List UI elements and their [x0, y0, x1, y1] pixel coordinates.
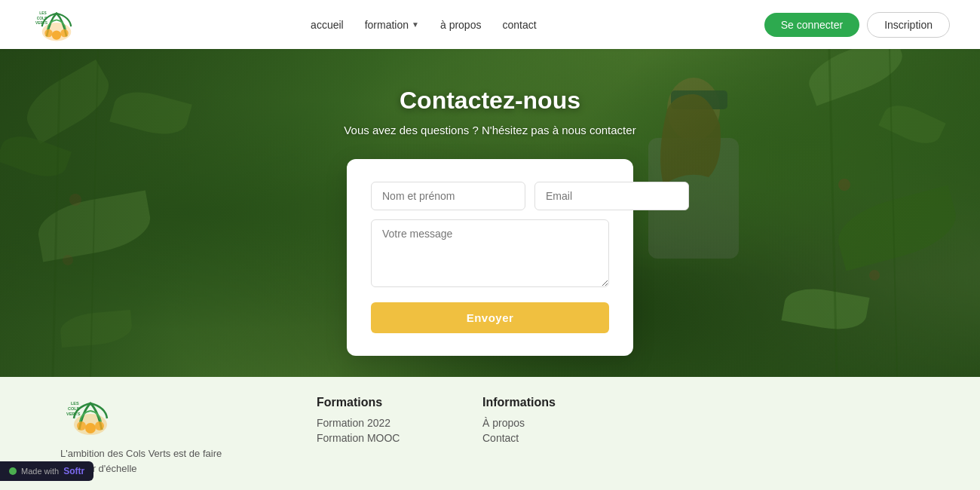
footer-link-formation-mooc[interactable]: Formation MOOC [317, 432, 452, 444]
hero-subtitle: Vous avez des questions ? N'hésitez pas … [344, 124, 635, 136]
footer-link-a-propos[interactable]: À propos [482, 417, 618, 429]
nav-links: accueil formation ▼ à propos contact [311, 19, 536, 31]
softr-brand: Softr [63, 466, 84, 476]
navbar: LES COLS VERTS accueil formation ▼ à pro… [0, 0, 980, 49]
form-top-row [371, 182, 609, 210]
svg-text:COLS: COLS [68, 406, 80, 411]
contact-form-card: Envoyer [347, 159, 633, 356]
hero-content: Contactez-nous Vous avez des questions ?… [0, 49, 980, 377]
svg-text:LES: LES [39, 11, 47, 15]
softr-dot [9, 467, 17, 475]
footer-link-formation-2022[interactable]: Formation 2022 [317, 417, 452, 429]
svg-text:VERTS: VERTS [35, 20, 48, 24]
svg-point-21 [95, 421, 104, 430]
svg-point-2 [52, 30, 61, 39]
svg-point-3 [60, 29, 69, 37]
connect-button[interactable]: Se connecter [764, 13, 860, 37]
hero-title: Contactez-nous [400, 87, 580, 115]
footer-formations: Formations Formation 2022 Formation MOOC [286, 396, 452, 447]
softr-made-with: Made with [21, 467, 59, 476]
submit-button[interactable]: Envoyer [371, 302, 609, 333]
logo[interactable]: LES COLS VERTS [30, 6, 83, 44]
svg-point-1 [44, 29, 53, 37]
softr-badge[interactable]: Made with Softr [0, 461, 93, 481]
nav-buttons: Se connecter Inscription [764, 12, 950, 38]
footer-brand: LES COLS VERTS L'ambition des Cols Verts… [60, 396, 286, 476]
hero-section: Contactez-nous Vous avez des questions ?… [0, 49, 980, 377]
nav-accueil[interactable]: accueil [311, 19, 344, 31]
formation-dropdown-arrow: ▼ [412, 20, 419, 29]
footer: LES COLS VERTS L'ambition des Cols Verts… [0, 377, 980, 490]
inscription-button[interactable]: Inscription [867, 12, 950, 38]
name-input[interactable] [371, 182, 525, 210]
email-input[interactable] [534, 182, 689, 210]
footer-informations: Informations À propos Contact [452, 396, 618, 447]
nav-contact[interactable]: contact [502, 19, 536, 31]
svg-text:LES: LES [71, 401, 79, 406]
nav-a-propos[interactable]: à propos [440, 19, 481, 31]
svg-point-19 [77, 421, 86, 430]
svg-text:COLS: COLS [37, 16, 47, 20]
svg-point-20 [85, 423, 96, 433]
nav-formation[interactable]: formation ▼ [365, 19, 419, 31]
footer-informations-title: Informations [482, 396, 618, 409]
footer-formations-title: Formations [317, 396, 452, 409]
message-textarea[interactable] [371, 219, 609, 287]
footer-link-contact[interactable]: Contact [482, 432, 618, 444]
svg-text:VERTS: VERTS [66, 412, 81, 416]
